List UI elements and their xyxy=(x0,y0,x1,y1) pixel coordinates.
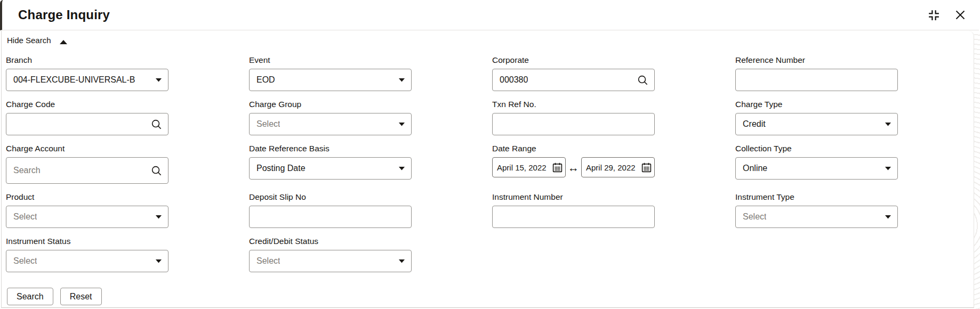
search-icon[interactable] xyxy=(150,118,163,131)
charge-account-value: Search xyxy=(13,166,41,175)
dropdown-caret-icon xyxy=(398,121,406,127)
hide-search-label: Hide Search xyxy=(7,36,51,45)
field-label: Instrument Number xyxy=(492,192,735,202)
calendar-icon[interactable] xyxy=(641,162,652,173)
restore-down-icon[interactable] xyxy=(927,8,941,22)
credit-debit-status-value: Select xyxy=(256,256,280,266)
dropdown-caret-icon xyxy=(155,258,163,264)
search-icon[interactable] xyxy=(637,74,649,86)
dropdown-caret-icon xyxy=(884,121,892,127)
field-label: Date Range xyxy=(492,144,735,153)
instrument-type-select[interactable]: Select xyxy=(735,206,898,228)
deposit-slip-no-input[interactable] xyxy=(249,206,412,228)
date-from-value: April 15, 2022 xyxy=(497,163,552,172)
field-branch: Branch004-FLEXCUBE-UNIVERSAL-B xyxy=(6,55,249,91)
left-right-arrow-icon: ↔ xyxy=(566,162,581,173)
dropdown-caret-icon xyxy=(155,77,163,83)
field-label: Date Reference Basis xyxy=(249,144,492,153)
field-charge-group: Charge GroupSelect xyxy=(249,100,492,135)
field-label: Event xyxy=(249,55,492,65)
product-select[interactable]: Select xyxy=(6,206,168,228)
charge-code-input[interactable] xyxy=(6,113,168,135)
field-date-reference-basis: Date Reference BasisPosting Date xyxy=(249,144,492,184)
collapse-up-triangle-icon xyxy=(60,40,67,44)
branch-value: 004-FLEXCUBE-UNIVERSAL-B xyxy=(13,75,135,85)
charge-account-input[interactable]: Search xyxy=(6,157,168,184)
page-title: Charge Inquiry xyxy=(18,7,110,22)
field-date-range: Date RangeApril 15, 2022↔April 29, 2022 xyxy=(492,144,735,184)
dropdown-caret-icon xyxy=(398,258,406,264)
charge-group-select[interactable]: Select xyxy=(249,113,412,135)
field-label: Collection Type xyxy=(735,144,978,153)
reference-number-input[interactable] xyxy=(735,69,898,91)
action-buttons: Search Reset xyxy=(7,288,974,305)
search-icon[interactable] xyxy=(150,165,163,177)
reset-button[interactable]: Reset xyxy=(60,288,102,305)
field-credit-debit-status: Credit/Debit StatusSelect xyxy=(249,237,492,272)
dropdown-caret-icon xyxy=(884,214,892,220)
field-label: Deposit Slip No xyxy=(249,192,492,202)
date-reference-basis-value: Posting Date xyxy=(256,164,306,173)
field-label: Product xyxy=(6,192,249,202)
field-label: Charge Type xyxy=(735,100,978,109)
date-to-value: April 29, 2022 xyxy=(586,163,641,172)
window-controls xyxy=(927,8,967,22)
field-label: Corporate xyxy=(492,55,735,65)
window-header: Charge Inquiry xyxy=(0,0,979,30)
date-reference-basis-select[interactable]: Posting Date xyxy=(249,157,412,180)
event-value: EOD xyxy=(256,75,275,85)
field-event: EventEOD xyxy=(249,55,492,91)
field-label: Branch xyxy=(6,55,249,65)
instrument-status-value: Select xyxy=(13,256,37,266)
charge-type-value: Credit xyxy=(743,119,766,129)
txn-ref-no-input[interactable] xyxy=(492,113,655,135)
date-to-input[interactable]: April 29, 2022 xyxy=(581,157,655,177)
event-select[interactable]: EOD xyxy=(249,69,412,91)
dropdown-caret-icon xyxy=(155,214,163,220)
credit-debit-status-select[interactable]: Select xyxy=(249,250,412,272)
search-button[interactable]: Search xyxy=(7,288,53,305)
instrument-type-value: Select xyxy=(743,212,766,222)
hide-search-toggle[interactable]: Hide Search xyxy=(6,34,68,46)
field-txn-ref-no: Txn Ref No. xyxy=(492,100,735,135)
dropdown-caret-icon xyxy=(884,165,892,172)
product-value: Select xyxy=(13,212,37,222)
dropdown-caret-icon xyxy=(398,77,406,83)
field-instrument-number: Instrument Number xyxy=(492,192,735,228)
dropdown-caret-icon xyxy=(398,165,406,172)
field-product: ProductSelect xyxy=(6,192,249,228)
field-charge-type: Charge TypeCredit xyxy=(735,100,978,135)
field-instrument-type: Instrument TypeSelect xyxy=(735,192,978,228)
calendar-icon[interactable] xyxy=(552,162,563,173)
field-charge-code: Charge Code xyxy=(6,100,249,135)
field-reference-number: Reference Number xyxy=(735,55,978,91)
search-panel: Hide Search Branch004-FLEXCUBE-UNIVERSAL… xyxy=(1,31,974,308)
field-charge-account: Charge AccountSearch xyxy=(6,144,249,184)
field-label: Reference Number xyxy=(735,55,978,65)
collection-type-select[interactable]: Online xyxy=(735,157,898,180)
search-fields-grid: Branch004-FLEXCUBE-UNIVERSAL-BEventEODCo… xyxy=(6,55,974,272)
field-label: Charge Account xyxy=(6,144,249,153)
field-label: Txn Ref No. xyxy=(492,100,735,109)
field-label: Instrument Type xyxy=(735,192,978,202)
collection-type-value: Online xyxy=(743,164,767,173)
field-corporate: Corporate000380 xyxy=(492,55,735,91)
charge-group-value: Select xyxy=(256,119,280,129)
charge-type-select[interactable]: Credit xyxy=(735,113,898,135)
date-range-control: April 15, 2022↔April 29, 2022 xyxy=(492,157,655,177)
field-label: Instrument Status xyxy=(6,237,249,246)
branch-select[interactable]: 004-FLEXCUBE-UNIVERSAL-B xyxy=(6,69,168,91)
instrument-number-input[interactable] xyxy=(492,206,655,228)
field-label: Charge Code xyxy=(6,100,249,109)
corporate-value: 000380 xyxy=(500,75,528,85)
close-icon[interactable] xyxy=(953,8,967,22)
corporate-input[interactable]: 000380 xyxy=(492,69,655,91)
field-deposit-slip-no: Deposit Slip No xyxy=(249,192,492,228)
field-instrument-status: Instrument StatusSelect xyxy=(6,237,249,272)
field-collection-type: Collection TypeOnline xyxy=(735,144,978,184)
instrument-status-select[interactable]: Select xyxy=(6,250,168,272)
field-label: Charge Group xyxy=(249,100,492,109)
field-label: Credit/Debit Status xyxy=(249,237,492,246)
date-from-input[interactable]: April 15, 2022 xyxy=(492,157,566,177)
